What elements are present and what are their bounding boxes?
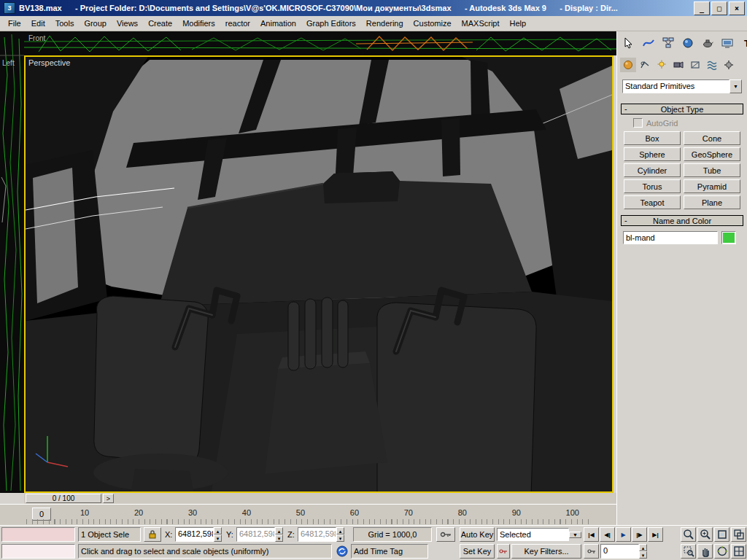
set-key-mode-button[interactable] <box>497 544 510 559</box>
maxscript-mini-listener[interactable] <box>1 544 75 559</box>
z-coord-value[interactable]: 64812,598 <box>298 527 336 542</box>
pan-button[interactable] <box>697 544 713 559</box>
title-bar: 3 BV138.max - Project Folder: D:\Documen… <box>0 0 747 16</box>
cameras-category-icon[interactable] <box>670 58 686 72</box>
lights-category-icon[interactable] <box>654 58 670 72</box>
primitive-button[interactable]: Torus <box>624 179 681 193</box>
key-mode-toggle-button[interactable] <box>584 544 599 559</box>
menu-item[interactable]: File <box>3 17 26 30</box>
menu-item[interactable]: reactor <box>220 17 255 30</box>
maxscript-macro-recorder[interactable] <box>1 527 75 542</box>
object-name-input[interactable]: bl-mand <box>623 231 718 244</box>
minimize-button[interactable]: _ <box>694 1 710 15</box>
primitive-button[interactable]: Teapot <box>624 195 681 209</box>
x-coord-value[interactable]: 64812,598 <box>175 527 214 542</box>
schematic-view-icon[interactable] <box>659 34 677 52</box>
track-bar-ruler[interactable]: 0 102030405060708090100 <box>0 504 616 525</box>
primitives-dropdown[interactable]: Standard Primitives ▼ <box>622 79 742 93</box>
select-object-icon[interactable] <box>620 34 638 52</box>
main-toolbar-right: T <box>620 34 747 52</box>
y-coord-field[interactable]: 64812,598 ▴▾ <box>236 527 283 542</box>
zoom-extents-button[interactable] <box>714 527 729 542</box>
systems-category-icon[interactable] <box>721 58 737 72</box>
primitive-button[interactable]: Box <box>624 131 681 145</box>
front-viewport-sliver[interactable]: Front <box>24 31 616 55</box>
object-type-rollout-header[interactable]: - Object Type <box>621 104 743 114</box>
arc-rotate-button[interactable] <box>714 544 729 559</box>
name-color-rollout-header[interactable]: - Name and Color <box>621 215 743 226</box>
primitive-button[interactable]: Cone <box>684 131 740 145</box>
close-button[interactable]: × <box>729 1 745 15</box>
primitive-button[interactable]: Cylinder <box>624 163 681 177</box>
menu-item[interactable]: Help <box>505 17 532 30</box>
z-coord-field[interactable]: 64812,598 ▴▾ <box>298 527 344 542</box>
maximize-viewport-toggle-button[interactable] <box>731 544 746 559</box>
time-slider-track[interactable]: 0 / 100 > <box>24 493 616 504</box>
menu-item[interactable]: Views <box>112 17 143 30</box>
z-spinner[interactable]: ▴▾ <box>336 527 344 542</box>
menu-item[interactable]: Modifiers <box>177 17 220 30</box>
transform-typein-button[interactable] <box>436 527 455 542</box>
frame-numbers: 102030405060708090100 <box>80 508 579 517</box>
auto-key-button[interactable]: Auto Key <box>460 527 495 542</box>
communicator-icon[interactable] <box>334 544 349 559</box>
maximize-button[interactable]: □ <box>711 1 727 15</box>
zoom-extents-icon <box>716 529 728 540</box>
menu-item[interactable]: Group <box>79 17 112 30</box>
primitive-button[interactable]: GeoSphere <box>684 147 740 161</box>
primitive-button[interactable]: Pyramid <box>684 179 740 193</box>
go-to-end-button[interactable]: ▶| <box>648 527 663 542</box>
menu-item[interactable]: Customize <box>409 17 457 30</box>
selection-lock-button[interactable] <box>144 527 161 542</box>
selection-set-dropdown[interactable]: Selected ▼ <box>497 527 581 542</box>
menu-item[interactable]: Graph Editors <box>301 17 361 30</box>
left-viewport-sliver[interactable]: Left <box>0 31 24 493</box>
zoom-button[interactable] <box>681 527 696 542</box>
object-color-swatch[interactable] <box>721 231 736 244</box>
primitive-button[interactable]: Plane <box>684 195 740 209</box>
viewport-label-left[interactable]: Left <box>2 59 15 67</box>
perspective-viewport[interactable]: Perspective <box>24 55 614 493</box>
play-animation-button[interactable]: ▶ <box>616 527 631 542</box>
zoom-all-button[interactable] <box>697 527 713 542</box>
time-slider-next-button[interactable]: > <box>103 494 114 503</box>
quick-render-icon[interactable]: T <box>738 34 747 52</box>
autogrid-checkbox[interactable] <box>633 118 643 128</box>
helpers-category-icon[interactable] <box>687 58 703 72</box>
primitive-button[interactable]: Sphere <box>624 147 681 161</box>
shapes-category-icon[interactable] <box>637 58 653 72</box>
key-filters-button[interactable]: Key Filters... <box>511 544 581 559</box>
zoom-extents-all-button[interactable] <box>731 527 746 542</box>
menu-item[interactable]: MAXScript <box>457 17 505 30</box>
chevron-down-icon[interactable]: ▼ <box>569 532 581 538</box>
y-coord-value[interactable]: 64812,598 <box>236 527 275 542</box>
zoom-region-button[interactable] <box>681 544 696 559</box>
viewport-label-perspective[interactable]: Perspective <box>28 58 70 67</box>
space-warps-category-icon[interactable] <box>704 58 720 72</box>
render-type-icon[interactable] <box>719 34 736 52</box>
x-coord-field[interactable]: 64812,598 ▴▾ <box>175 527 222 542</box>
current-frame-value[interactable]: 0 <box>600 544 639 559</box>
material-editor-icon[interactable] <box>679 34 697 52</box>
viewport-label-front[interactable]: Front <box>28 34 45 42</box>
current-frame-field[interactable]: 0 ▴▾ <box>600 544 647 559</box>
go-to-start-button[interactable]: |◀ <box>584 527 599 542</box>
x-spinner[interactable]: ▴▾ <box>214 527 222 542</box>
menu-item[interactable]: Animation <box>255 17 301 30</box>
menu-item[interactable]: Tools <box>50 17 80 30</box>
next-frame-button[interactable]: |▶ <box>632 527 647 542</box>
menu-item[interactable]: Create <box>143 17 177 30</box>
frame-spinner[interactable]: ▴▾ <box>639 544 647 559</box>
previous-frame-button[interactable]: ◀| <box>600 527 615 542</box>
chevron-down-icon[interactable]: ▼ <box>729 79 742 93</box>
curve-editor-icon[interactable] <box>640 34 657 52</box>
add-time-tag[interactable]: Add Time Tag <box>351 544 428 559</box>
primitive-button[interactable]: Tube <box>684 163 740 177</box>
menu-item[interactable]: Rendering <box>361 17 409 30</box>
set-key-button[interactable]: Set Key <box>460 544 495 559</box>
render-scene-icon[interactable] <box>699 34 716 52</box>
geometry-category-icon[interactable] <box>620 58 636 72</box>
y-spinner[interactable]: ▴▾ <box>275 527 283 542</box>
time-slider-thumb[interactable]: 0 / 100 <box>26 494 101 503</box>
menu-item[interactable]: Edit <box>26 17 50 30</box>
